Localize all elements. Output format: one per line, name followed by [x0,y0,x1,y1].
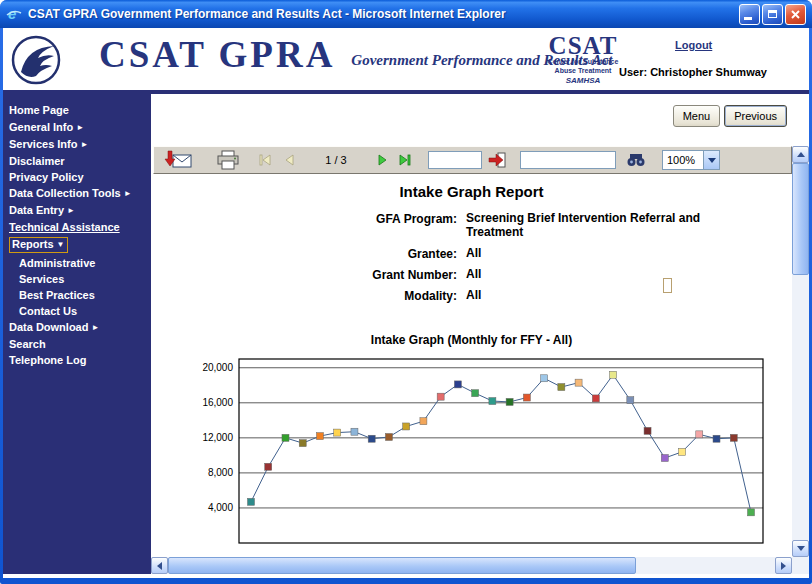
svg-text:16,000: 16,000 [202,397,233,408]
vertical-scroll-thumb[interactable] [792,163,809,275]
sidebar-item-disclaimer[interactable]: Disclaimer [3,154,151,168]
window-title: CSAT GPRA Government Performance and Res… [28,7,739,21]
chart-title: Intake Graph (Monthly for FFY - All) [151,333,792,347]
submenu-arrow-icon: ► [91,323,99,332]
sidebar-item-home-page[interactable]: Home Page [3,103,151,118]
first-page-icon [258,153,272,167]
content-area: Menu Previous [151,94,809,574]
zoom-select[interactable]: 100% [662,150,720,170]
goto-page-input[interactable] [428,151,482,169]
sidebar-item-services[interactable]: Services [3,272,151,286]
sidebar-item-general-info[interactable]: General Info► [3,120,151,135]
sidebar-item-privacy-policy[interactable]: Privacy Policy [3,170,151,184]
report-viewer: 1 / 3 [151,146,809,574]
last-page-button[interactable] [398,153,412,167]
close-icon [790,9,801,20]
placeholder-box [663,278,672,293]
find-text-button[interactable] [626,153,646,167]
menu-button[interactable]: Menu [673,105,721,127]
ie-icon: e [6,6,22,22]
printer-icon [216,150,240,170]
report-field-row: Grantee: All [151,247,792,261]
sidebar-item-telephone-log[interactable]: Telephone Log [3,353,151,367]
sidebar-item-best-practices[interactable]: Best Practices [3,288,151,302]
scroll-down-button[interactable] [792,540,809,557]
scrollbar-corner [792,557,809,574]
csat-logo-line3: SAMHSA [541,76,625,86]
sidebar-item-data-download[interactable]: Data Download► [3,320,151,335]
svg-text:8,000: 8,000 [208,467,233,478]
csat-logo: CSAT Center for Substance Abuse Treatmen… [541,33,625,86]
maximize-button[interactable] [762,4,783,25]
page-indicator: 1 / 3 [308,154,364,166]
scroll-left-button[interactable] [151,557,168,574]
page-header: CSAT GPRA Government Performance and Res… [3,28,809,94]
report-title: Intake Graph Report [151,183,792,200]
sidebar-item-search[interactable]: Search [3,337,151,351]
report-field-row: Modality: All [151,289,792,303]
sidebar-item-contact-us[interactable]: Contact Us [3,304,151,318]
field-value: All [466,268,744,282]
svg-text:4,000: 4,000 [208,502,233,513]
goto-arrow-icon [488,152,506,168]
submenu-expanded-icon: ▼ [57,240,65,249]
csat-logo-line1: Center for Substance [541,58,625,67]
field-label: Modality: [151,289,457,303]
svg-text:20,000: 20,000 [202,362,233,373]
previous-button[interactable]: Previous [724,105,787,127]
first-page-button[interactable] [258,153,272,167]
hhs-logo-icon [11,35,61,89]
field-label: GFA Program: [151,212,457,240]
binoculars-icon [626,153,646,167]
next-page-icon [376,153,390,167]
print-button[interactable] [216,150,240,170]
sidebar-item-administrative[interactable]: Administrative [3,256,151,270]
search-text-input[interactable] [520,151,616,169]
last-page-icon [398,153,412,167]
arrow-up-icon [797,148,805,157]
export-icon [164,150,192,170]
horizontal-scrollbar[interactable] [151,557,792,574]
title-bar[interactable]: e CSAT GPRA Government Performance and R… [0,0,812,28]
export-button[interactable] [164,150,192,170]
minimize-button[interactable] [739,4,760,25]
intake-line-chart: 4,0008,00012,00016,00020,000 [197,351,777,556]
field-value: Screening Brief Intervention Referral an… [466,212,744,240]
previous-page-icon [282,153,296,167]
arrow-right-icon [781,562,790,570]
report-field-row: Grant Number: All [151,268,792,282]
submenu-arrow-icon: ► [124,189,132,198]
next-page-button[interactable] [376,153,390,167]
csat-logo-title: CSAT [541,33,625,58]
sidebar-item-data-collection-tools[interactable]: Data Collection Tools► [3,186,151,201]
scroll-right-button[interactable] [775,557,792,574]
previous-page-button[interactable] [282,153,296,167]
svg-text:12,000: 12,000 [202,432,233,443]
field-value: All [466,289,744,303]
sidebar-nav: Home Page General Info► Services Info► D… [3,94,151,574]
field-value: All [466,247,744,261]
scroll-up-button[interactable] [792,146,809,163]
sidebar-item-data-entry[interactable]: Data Entry► [3,203,151,218]
submenu-arrow-icon: ► [67,206,75,215]
dropdown-arrow-icon[interactable] [703,151,719,169]
submenu-arrow-icon: ► [80,140,88,149]
report-field-row: GFA Program: Screening Brief Interventio… [151,212,792,240]
zoom-value: 100% [663,154,703,166]
arrow-left-icon [153,562,162,570]
user-label: User: Christopher Shumway [619,66,805,78]
brand-title: CSAT GPRA [99,36,335,73]
goto-page-button[interactable] [488,152,506,168]
sidebar-item-technical-assistance[interactable]: Technical Assistance [3,220,151,234]
report-toolbar: 1 / 3 [153,146,792,174]
submenu-arrow-icon: ► [76,123,84,132]
field-label: Grantee: [151,247,457,261]
sidebar-item-reports[interactable]: Reports▼ [3,236,151,254]
logout-link[interactable]: Logout [675,39,712,51]
browser-window: e CSAT GPRA Government Performance and R… [0,0,812,584]
sidebar-item-services-info[interactable]: Services Info► [3,137,151,152]
close-button[interactable] [785,4,806,25]
horizontal-scroll-thumb[interactable] [168,557,636,574]
vertical-scrollbar[interactable] [792,146,809,557]
arrow-down-icon [797,546,805,555]
